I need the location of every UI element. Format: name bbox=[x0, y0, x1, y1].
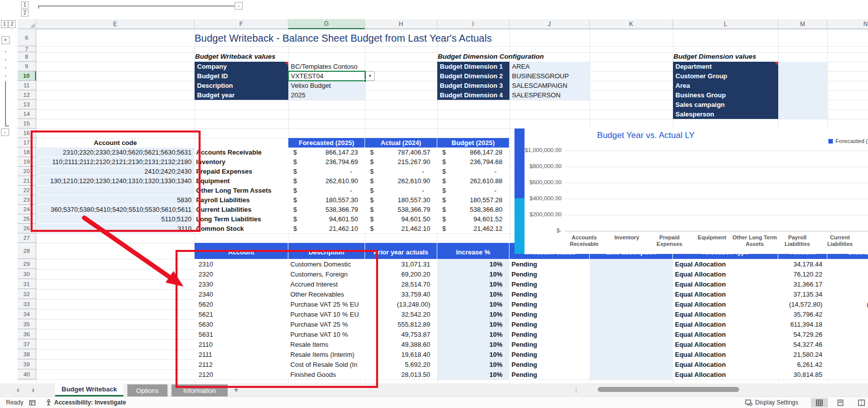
row-header-27[interactable]: 27 bbox=[18, 233, 36, 243]
account-codes-accounts-receivable[interactable]: 2310;2320;2330;2340;5620;5621;5630;5631 bbox=[36, 148, 195, 157]
row-header-9[interactable]: 9 bbox=[18, 62, 36, 71]
dimension-value-input-customer-group[interactable] bbox=[778, 71, 827, 81]
row-header-19[interactable]: 19 bbox=[18, 157, 36, 167]
row-header-25[interactable]: 25 bbox=[18, 214, 36, 224]
detail-cell-increase-r33[interactable]: 10% bbox=[437, 299, 509, 309]
row-header-18[interactable]: 18 bbox=[18, 148, 36, 157]
row-header-28[interactable]: 28 bbox=[18, 243, 36, 259]
row-header-31[interactable]: 31 bbox=[18, 279, 36, 289]
row-group-collapse-button[interactable]: - bbox=[1, 128, 9, 136]
row-header-17[interactable]: 17 bbox=[18, 138, 36, 148]
detail-cell-line-description-r40[interactable] bbox=[590, 369, 673, 379]
column-header-g[interactable]: G bbox=[288, 19, 365, 29]
column-header-l[interactable]: L bbox=[673, 19, 778, 29]
view-page-break-button[interactable] bbox=[853, 398, 868, 407]
row-header-24[interactable]: 24 bbox=[18, 205, 36, 214]
column-header-m[interactable]: M bbox=[778, 19, 827, 29]
column-header-j[interactable]: J bbox=[509, 19, 590, 29]
dimension-value-input-business-group[interactable] bbox=[778, 90, 827, 100]
row-header-33[interactable]: 33 bbox=[18, 299, 36, 309]
column-header-n[interactable]: N bbox=[827, 19, 868, 29]
column-header-i[interactable]: I bbox=[437, 19, 509, 29]
detail-cell-line-description-r30[interactable] bbox=[590, 269, 673, 279]
budget-id-dropdown-button[interactable]: ▼ bbox=[366, 71, 375, 81]
sheet-tab-budget-writeback[interactable]: Budget Writeback bbox=[55, 383, 123, 396]
row-header-15[interactable]: 15 bbox=[18, 119, 36, 128]
column-header-f[interactable]: F bbox=[195, 19, 288, 29]
horizontal-scrollbar-thumb[interactable] bbox=[598, 387, 739, 392]
row-header-6[interactable]: 6 bbox=[18, 29, 36, 46]
detail-cell-increase-r38[interactable]: 10% bbox=[437, 349, 509, 359]
account-codes-current-liabilities[interactable]: 360;5370;5380;5410;5420;5510;5530;5610;5… bbox=[36, 205, 195, 214]
row-header-10[interactable]: 10 bbox=[18, 71, 36, 81]
dimension-value-input-area[interactable] bbox=[778, 81, 827, 90]
macro-record-icon[interactable] bbox=[29, 397, 36, 408]
row-header-20[interactable]: 20 bbox=[18, 167, 36, 176]
detail-cell-line-description-r33[interactable] bbox=[590, 299, 673, 309]
detail-cell-increase-r36[interactable]: 10% bbox=[437, 329, 509, 339]
account-codes-other-long-term-assets[interactable] bbox=[36, 186, 195, 195]
row-header-35[interactable]: 35 bbox=[18, 319, 36, 329]
detail-cell-increase-r29[interactable]: 10% bbox=[437, 259, 509, 269]
row-header-32[interactable]: 32 bbox=[18, 289, 36, 299]
accessibility-status[interactable]: Accessibility: Investigate bbox=[54, 397, 126, 408]
dimension-value-input-sales-campaign[interactable] bbox=[778, 100, 827, 109]
budget-dimension-3-value[interactable]: SALESCAMPAIGN bbox=[509, 81, 590, 90]
detail-cell-line-description-r37[interactable] bbox=[590, 339, 673, 349]
detail-cell-line-description-r34[interactable] bbox=[590, 309, 673, 319]
detail-cell-line-description-r31[interactable] bbox=[590, 279, 673, 289]
row-outline-level-2-button[interactable]: 2 bbox=[9, 20, 16, 28]
row-header-29[interactable]: 29 bbox=[18, 259, 36, 269]
budget-year-value[interactable]: 2025 bbox=[288, 90, 365, 100]
sheet-tab-information[interactable]: Information bbox=[171, 384, 228, 396]
detail-cell-increase-r37[interactable]: 10% bbox=[437, 339, 509, 349]
budget-dimension-2-value[interactable]: BUSINESSGROUP bbox=[509, 71, 590, 81]
budget-dimension-1-value[interactable]: AREA bbox=[509, 62, 590, 71]
view-normal-button[interactable] bbox=[811, 398, 828, 407]
detail-cell-increase-r40[interactable]: 10% bbox=[437, 369, 509, 379]
detail-cell-line-description-r38[interactable] bbox=[590, 349, 673, 359]
detail-cell-line-description-r29[interactable] bbox=[590, 259, 673, 269]
detail-cell-line-description-r39[interactable] bbox=[590, 359, 673, 369]
sheet-nav-prev-button[interactable]: ‹ bbox=[12, 383, 24, 396]
column-header-h[interactable]: H bbox=[365, 19, 437, 29]
row-header-38[interactable]: 38 bbox=[18, 349, 36, 359]
account-codes-inventory[interactable]: 110;2111;2112;2120;2121;2130;2131;2132;2… bbox=[36, 157, 195, 167]
row-header-37[interactable]: 37 bbox=[18, 339, 36, 349]
column-header-k[interactable]: K bbox=[590, 19, 673, 29]
row-header-39[interactable]: 39 bbox=[18, 359, 36, 369]
account-codes-long-term-liabilities[interactable]: 5110;5120 bbox=[36, 214, 195, 224]
row-outline-level-1-button[interactable]: 1 bbox=[1, 20, 8, 28]
detail-cell-line-description-r35[interactable] bbox=[590, 319, 673, 329]
row-header-7[interactable]: 7 bbox=[18, 46, 36, 52]
account-codes-common-stock[interactable]: 3110 bbox=[36, 224, 195, 233]
row-header-40[interactable]: 40 bbox=[18, 369, 36, 379]
detail-cell-increase-r35[interactable]: 10% bbox=[437, 319, 509, 329]
row-header-22[interactable]: 22 bbox=[18, 186, 36, 195]
row-header-12[interactable]: 12 bbox=[18, 90, 36, 100]
display-settings-button[interactable]: Display Settings bbox=[755, 397, 798, 408]
detail-cell-increase-r31[interactable]: 10% bbox=[437, 279, 509, 289]
column-header-e[interactable]: E bbox=[36, 19, 195, 29]
budget-dimension-4-value[interactable]: SALESPERSON bbox=[509, 90, 590, 100]
account-codes-equipment[interactable]: 130;1210;1220;1230;1240;1310;1320;1330;1… bbox=[36, 176, 195, 186]
row-group-expand-button[interactable]: + bbox=[2, 36, 10, 44]
detail-cell-increase-r32[interactable]: 10% bbox=[437, 289, 509, 299]
row-header-23[interactable]: 23 bbox=[18, 195, 36, 205]
row-header-14[interactable]: 14 bbox=[18, 109, 36, 119]
detail-cell-increase-r39[interactable]: 10% bbox=[437, 359, 509, 369]
select-all-corner[interactable] bbox=[18, 19, 36, 29]
row-header-34[interactable]: 34 bbox=[18, 309, 36, 319]
dimension-value-input-department[interactable] bbox=[778, 62, 827, 71]
view-page-layout-button[interactable] bbox=[832, 398, 849, 407]
detail-cell-increase-r30[interactable]: 10% bbox=[437, 269, 509, 279]
account-codes-payroll-liabilities[interactable]: 5830 bbox=[36, 195, 195, 205]
sheet-tab-options[interactable]: Options bbox=[127, 384, 167, 396]
detail-cell-line-description-r36[interactable] bbox=[590, 329, 673, 339]
add-sheet-button[interactable]: + bbox=[230, 383, 243, 396]
row-header-30[interactable]: 30 bbox=[18, 269, 36, 279]
row-header-16[interactable]: 16 bbox=[18, 128, 36, 138]
description-value[interactable]: Velixo Budget bbox=[288, 81, 365, 90]
row-header-21[interactable]: 21 bbox=[18, 176, 36, 186]
tab-scroll-splitter[interactable]: ⋮ bbox=[573, 383, 580, 396]
